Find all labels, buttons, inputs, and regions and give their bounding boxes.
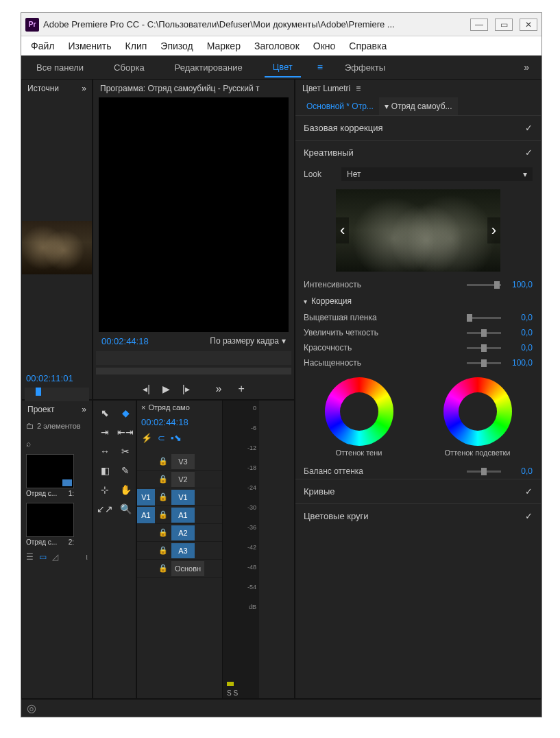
linked-selection-icon[interactable]: ⊂ <box>158 433 165 443</box>
faded-film-slider[interactable]: Выцветшая пленка 0,0 <box>295 310 541 325</box>
minimize-button[interactable]: — <box>470 19 488 31</box>
track-select-tool[interactable]: ◆ <box>117 405 134 421</box>
project-item[interactable]: Отряд с...2: <box>22 500 92 549</box>
playhead-marker[interactable] <box>36 388 41 396</box>
workspace-assembly[interactable]: Сборка <box>106 58 153 77</box>
creative-cloud-icon[interactable]: ◎ <box>27 702 36 715</box>
saturation-slider[interactable]: Насыщенность 100,0 <box>295 355 541 370</box>
checkbox-icon[interactable]: ✓ <box>525 486 533 497</box>
source-ruler[interactable] <box>25 388 89 401</box>
source-tab[interactable]: Источни <box>27 84 59 93</box>
track-a3[interactable]: 🔒A3 <box>137 542 222 560</box>
checkbox-icon[interactable]: ✓ <box>525 123 533 133</box>
workspace-menu-icon[interactable]: ≡ <box>317 62 323 73</box>
rate-stretch-tool[interactable]: ↔ <box>96 443 114 460</box>
program-timecode[interactable]: 00:02:44:18 <box>97 333 153 349</box>
lock-icon[interactable]: 🔒 <box>156 510 170 519</box>
lock-icon[interactable]: 🔒 <box>156 564 170 573</box>
ripple-edit-tool[interactable]: ⇥ <box>96 424 114 440</box>
close-button[interactable]: ✕ <box>520 19 537 31</box>
creative-section[interactable]: Креативный ✓ <box>295 141 541 165</box>
workspace-color[interactable]: Цвет <box>265 58 301 78</box>
workspace-more-icon[interactable]: » <box>518 59 535 75</box>
lock-icon[interactable]: 🔒 <box>156 475 170 484</box>
lumetri-tab-clip[interactable]: ▾Отряд самоуб... <box>379 97 458 115</box>
vibrance-slider[interactable]: Красочность 0,0 <box>295 340 541 355</box>
zoom-slider[interactable]: ι <box>86 552 88 562</box>
intensity-slider[interactable]: Интенсивность 100,0 <box>295 277 541 292</box>
source-thumbnail[interactable] <box>22 221 92 274</box>
close-tab-icon[interactable]: × <box>141 403 145 412</box>
selection-tool[interactable]: ⬉ <box>96 405 114 421</box>
lock-icon[interactable]: 🔒 <box>156 457 170 466</box>
shadow-tint-wheel[interactable]: Оттенок тени <box>325 377 393 457</box>
workspace-effects[interactable]: Эффекты <box>337 58 393 77</box>
snap-icon[interactable]: ⚡ <box>141 433 152 443</box>
lock-icon[interactable]: 🔒 <box>156 492 170 501</box>
workspace-editing[interactable]: Редактирование <box>167 58 251 77</box>
lock-icon[interactable]: 🔒 <box>156 546 170 555</box>
razor-tool[interactable]: ✂ <box>117 443 134 460</box>
basic-correction-section[interactable]: Базовая коррекция ✓ <box>295 116 541 140</box>
project-more-icon[interactable]: » <box>82 405 86 414</box>
transport-more-icon[interactable]: » <box>216 383 222 395</box>
rolling-edit-tool[interactable]: ⇤⇥ <box>117 424 134 440</box>
type-tool[interactable]: ↙↗ <box>96 501 114 517</box>
workspace-all-panels[interactable]: Все панели <box>28 58 92 77</box>
program-ruler[interactable] <box>96 351 291 365</box>
menu-sequence[interactable]: Эпизод <box>154 38 199 54</box>
track-a2[interactable]: 🔒A2 <box>137 524 222 542</box>
correction-subsection[interactable]: ▾ Коррекция <box>295 292 541 310</box>
slide-tool[interactable]: ✎ <box>117 462 134 479</box>
checkbox-icon[interactable]: ✓ <box>525 147 533 158</box>
track-v2[interactable]: 🔒V2 <box>137 471 222 488</box>
add-marker-icon[interactable]: ▪⬊ <box>171 433 182 443</box>
zoom-tool[interactable]: 🔍 <box>117 501 134 517</box>
menu-edit[interactable]: Изменить <box>61 38 118 54</box>
menu-title[interactable]: Заголовок <box>247 38 306 54</box>
panel-menu-icon[interactable]: ≡ <box>356 84 361 93</box>
slip-tool[interactable]: ◧ <box>96 462 114 479</box>
step-forward-button[interactable]: |▸ <box>182 383 190 394</box>
sharpen-slider[interactable]: Увеличить четкость 0,0 <box>295 325 541 340</box>
hand-tool[interactable]: ✋ <box>117 481 134 498</box>
project-tab[interactable]: Проект <box>27 405 55 414</box>
play-button[interactable]: ▶ <box>162 383 170 394</box>
menu-file[interactable]: Файл <box>24 38 61 54</box>
look-dropdown[interactable]: Нет ▾ <box>341 167 533 181</box>
source-timecode[interactable]: 00:02:11:01 <box>22 370 92 386</box>
program-scrollbar[interactable] <box>96 368 291 374</box>
search-icon[interactable]: ⌕ <box>26 439 31 449</box>
track-v1[interactable]: V1🔒V1 <box>137 488 222 506</box>
fit-dropdown[interactable]: По размеру кадра▾ <box>206 335 290 347</box>
track-a1[interactable]: A1🔒A1 <box>137 506 222 524</box>
tint-balance-slider[interactable]: Баланс оттенка 0,0 <box>295 464 541 479</box>
lumetri-tab-master[interactable]: Основной * Отр... <box>301 97 379 115</box>
maximize-button[interactable]: ▭ <box>495 19 513 31</box>
step-back-button[interactable]: ◂| <box>143 383 150 394</box>
program-monitor[interactable] <box>99 97 289 332</box>
menu-marker[interactable]: Маркер <box>200 38 247 54</box>
checkbox-icon[interactable]: ✓ <box>525 511 533 521</box>
transport-add-icon[interactable]: + <box>238 383 244 395</box>
sequence-tab[interactable]: Отряд само <box>148 403 189 412</box>
pen-tool[interactable]: ⊹ <box>96 481 114 498</box>
menu-clip[interactable]: Клип <box>119 38 154 54</box>
highlight-tint-wheel[interactable]: Оттенок подсветки <box>443 377 512 457</box>
menu-help[interactable]: Справка <box>342 38 393 54</box>
sequence-timecode[interactable]: 00:02:44:18 <box>137 414 222 430</box>
source-more-icon[interactable]: » <box>82 84 86 93</box>
color-wheels-section[interactable]: Цветовые круги ✓ <box>295 504 541 528</box>
freeform-view-icon[interactable]: ◿ <box>52 552 58 562</box>
preview-prev-button[interactable]: ‹ <box>336 217 349 243</box>
curves-section[interactable]: Кривые ✓ <box>295 479 541 503</box>
track-v3[interactable]: 🔒V3 <box>137 453 222 471</box>
track-master[interactable]: 🔒Основн <box>137 560 222 578</box>
project-item[interactable]: Отряд с...1: <box>22 451 92 500</box>
list-view-icon[interactable]: ☰ <box>26 552 34 562</box>
solo-label[interactable]: S S <box>227 689 238 697</box>
menu-window[interactable]: Окно <box>306 38 343 54</box>
icon-view-icon[interactable]: ▭ <box>39 552 47 562</box>
preview-next-button[interactable]: › <box>487 217 500 243</box>
lock-icon[interactable]: 🔒 <box>156 528 170 537</box>
